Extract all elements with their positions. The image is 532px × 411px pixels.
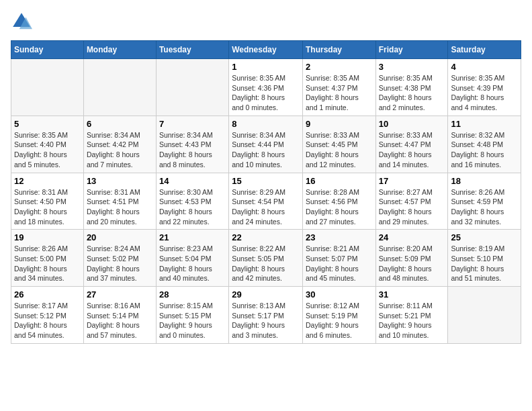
day-info: Sunrise: 8:34 AMSunset: 4:42 PMDaylight:…	[87, 130, 153, 170]
calendar-day-13: 13Sunrise: 8:31 AMSunset: 4:51 PMDayligh…	[83, 173, 156, 230]
calendar-day-17: 17Sunrise: 8:27 AMSunset: 4:57 PMDayligh…	[375, 173, 448, 230]
day-info: Sunrise: 8:35 AMSunset: 4:36 PMDaylight:…	[232, 73, 300, 113]
calendar-day-1: 1Sunrise: 8:35 AMSunset: 4:36 PMDaylight…	[229, 59, 303, 116]
calendar-day-22: 22Sunrise: 8:22 AMSunset: 5:05 PMDayligh…	[229, 230, 303, 287]
day-info: Sunrise: 8:11 AMSunset: 5:21 PMDaylight:…	[379, 301, 445, 340]
calendar-day-15: 15Sunrise: 8:29 AMSunset: 4:54 PMDayligh…	[229, 173, 303, 230]
day-info: Sunrise: 8:26 AMSunset: 4:59 PMDaylight:…	[451, 187, 518, 227]
day-number: 23	[306, 232, 373, 242]
day-info: Sunrise: 8:22 AMSunset: 5:05 PMDaylight:…	[232, 244, 300, 283]
calendar-day-31: 31Sunrise: 8:11 AMSunset: 5:21 PMDayligh…	[375, 287, 448, 344]
calendar-day-11: 11Sunrise: 8:32 AMSunset: 4:48 PMDayligh…	[448, 116, 521, 173]
day-info: Sunrise: 8:31 AMSunset: 4:50 PMDaylight:…	[14, 187, 81, 227]
day-number: 29	[232, 289, 300, 300]
empty-cell	[448, 287, 521, 344]
weekday-header-tuesday: Tuesday	[156, 41, 228, 59]
day-info: Sunrise: 8:34 AMSunset: 4:43 PMDaylight:…	[159, 130, 226, 170]
day-info: Sunrise: 8:33 AMSunset: 4:45 PMDaylight:…	[306, 130, 373, 170]
calendar-day-21: 21Sunrise: 8:23 AMSunset: 5:04 PMDayligh…	[156, 230, 228, 287]
day-number: 2	[306, 62, 373, 72]
day-number: 19	[14, 232, 81, 242]
day-number: 16	[306, 176, 373, 186]
calendar-table: SundayMondayTuesdayWednesdayThursdayFrid…	[11, 40, 521, 344]
empty-cell	[156, 59, 228, 116]
day-info: Sunrise: 8:28 AMSunset: 4:56 PMDaylight:…	[306, 187, 373, 227]
calendar-day-23: 23Sunrise: 8:21 AMSunset: 5:07 PMDayligh…	[302, 230, 375, 287]
day-info: Sunrise: 8:35 AMSunset: 4:37 PMDaylight:…	[306, 73, 373, 113]
empty-cell	[83, 59, 156, 116]
day-number: 26	[14, 289, 81, 300]
day-number: 3	[379, 62, 445, 72]
calendar-week-row: 12Sunrise: 8:31 AMSunset: 4:50 PMDayligh…	[11, 173, 521, 230]
day-number: 6	[87, 119, 153, 129]
calendar-day-30: 30Sunrise: 8:12 AMSunset: 5:19 PMDayligh…	[302, 287, 375, 344]
day-number: 4	[451, 62, 518, 72]
day-number: 5	[14, 119, 81, 129]
day-info: Sunrise: 8:33 AMSunset: 4:47 PMDaylight:…	[379, 130, 445, 170]
calendar-day-20: 20Sunrise: 8:24 AMSunset: 5:02 PMDayligh…	[83, 230, 156, 287]
calendar-day-25: 25Sunrise: 8:19 AMSunset: 5:10 PMDayligh…	[448, 230, 521, 287]
day-info: Sunrise: 8:35 AMSunset: 4:39 PMDaylight:…	[451, 73, 518, 113]
day-number: 14	[159, 176, 226, 186]
day-info: Sunrise: 8:29 AMSunset: 4:54 PMDaylight:…	[232, 187, 300, 227]
day-info: Sunrise: 8:17 AMSunset: 5:12 PMDaylight:…	[14, 301, 81, 340]
calendar-header: SundayMondayTuesdayWednesdayThursdayFrid…	[11, 41, 521, 59]
day-info: Sunrise: 8:32 AMSunset: 4:48 PMDaylight:…	[451, 130, 518, 170]
day-info: Sunrise: 8:20 AMSunset: 5:09 PMDaylight:…	[379, 244, 445, 283]
calendar-day-10: 10Sunrise: 8:33 AMSunset: 4:47 PMDayligh…	[375, 116, 448, 173]
calendar-day-9: 9Sunrise: 8:33 AMSunset: 4:45 PMDaylight…	[302, 116, 375, 173]
day-info: Sunrise: 8:19 AMSunset: 5:10 PMDaylight:…	[451, 244, 518, 283]
day-number: 13	[87, 176, 153, 186]
weekday-header-friday: Friday	[375, 41, 448, 59]
day-number: 10	[379, 119, 445, 129]
day-info: Sunrise: 8:23 AMSunset: 5:04 PMDaylight:…	[159, 244, 226, 283]
calendar-body: 1Sunrise: 8:35 AMSunset: 4:36 PMDaylight…	[11, 59, 521, 344]
day-number: 17	[379, 176, 445, 186]
day-info: Sunrise: 8:16 AMSunset: 5:14 PMDaylight:…	[87, 301, 153, 340]
day-number: 9	[306, 119, 373, 129]
empty-cell	[11, 59, 84, 116]
calendar-day-14: 14Sunrise: 8:30 AMSunset: 4:53 PMDayligh…	[156, 173, 228, 230]
day-number: 27	[87, 289, 153, 300]
calendar-day-3: 3Sunrise: 8:35 AMSunset: 4:38 PMDaylight…	[375, 59, 448, 116]
day-number: 25	[451, 232, 518, 242]
day-info: Sunrise: 8:15 AMSunset: 5:15 PMDaylight:…	[159, 301, 226, 340]
day-info: Sunrise: 8:31 AMSunset: 4:51 PMDaylight:…	[87, 187, 153, 227]
calendar-week-row: 26Sunrise: 8:17 AMSunset: 5:12 PMDayligh…	[11, 287, 521, 344]
day-number: 18	[451, 176, 518, 186]
weekday-header-saturday: Saturday	[448, 41, 521, 59]
day-info: Sunrise: 8:35 AMSunset: 4:38 PMDaylight:…	[379, 73, 445, 113]
calendar-day-12: 12Sunrise: 8:31 AMSunset: 4:50 PMDayligh…	[11, 173, 84, 230]
calendar-day-2: 2Sunrise: 8:35 AMSunset: 4:37 PMDaylight…	[302, 59, 375, 116]
weekday-header-wednesday: Wednesday	[229, 41, 303, 59]
day-number: 7	[159, 119, 226, 129]
day-number: 8	[232, 119, 300, 129]
day-info: Sunrise: 8:26 AMSunset: 5:00 PMDaylight:…	[14, 244, 81, 283]
calendar-day-27: 27Sunrise: 8:16 AMSunset: 5:14 PMDayligh…	[83, 287, 156, 344]
day-number: 22	[232, 232, 300, 242]
day-info: Sunrise: 8:30 AMSunset: 4:53 PMDaylight:…	[159, 187, 226, 227]
calendar-week-row: 19Sunrise: 8:26 AMSunset: 5:00 PMDayligh…	[11, 230, 521, 287]
logo-icon	[11, 11, 32, 32]
day-number: 12	[14, 176, 81, 186]
day-number: 20	[87, 232, 153, 242]
weekday-header-monday: Monday	[83, 41, 156, 59]
day-number: 1	[232, 62, 300, 72]
day-info: Sunrise: 8:21 AMSunset: 5:07 PMDaylight:…	[306, 244, 373, 283]
page-header	[11, 11, 521, 32]
calendar-day-7: 7Sunrise: 8:34 AMSunset: 4:43 PMDaylight…	[156, 116, 228, 173]
day-number: 30	[306, 289, 373, 300]
calendar-day-4: 4Sunrise: 8:35 AMSunset: 4:39 PMDaylight…	[448, 59, 521, 116]
calendar-day-6: 6Sunrise: 8:34 AMSunset: 4:42 PMDaylight…	[83, 116, 156, 173]
logo	[11, 11, 35, 32]
calendar-day-24: 24Sunrise: 8:20 AMSunset: 5:09 PMDayligh…	[375, 230, 448, 287]
weekday-header-row: SundayMondayTuesdayWednesdayThursdayFrid…	[11, 41, 521, 59]
calendar-day-26: 26Sunrise: 8:17 AMSunset: 5:12 PMDayligh…	[11, 287, 84, 344]
day-number: 31	[379, 289, 445, 300]
calendar-day-5: 5Sunrise: 8:35 AMSunset: 4:40 PMDaylight…	[11, 116, 84, 173]
weekday-header-sunday: Sunday	[11, 41, 84, 59]
day-info: Sunrise: 8:34 AMSunset: 4:44 PMDaylight:…	[232, 130, 300, 170]
day-number: 15	[232, 176, 300, 186]
day-number: 11	[451, 119, 518, 129]
calendar-day-19: 19Sunrise: 8:26 AMSunset: 5:00 PMDayligh…	[11, 230, 84, 287]
